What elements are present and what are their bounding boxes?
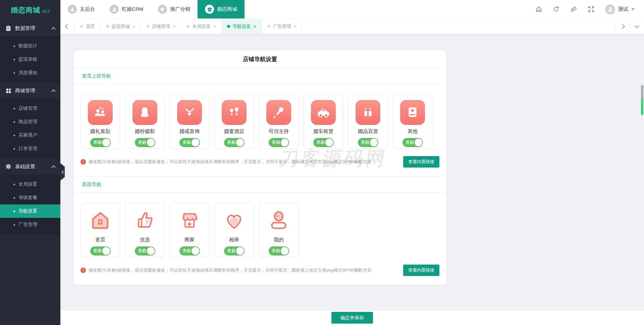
enable-toggle[interactable]: 开启 — [179, 246, 200, 256]
candles-icon[interactable] — [356, 100, 380, 125]
toggle-label: 开启 — [138, 248, 146, 254]
bottom-nav-tip-row: ! 修改图片/名称/超链接，请点击图标修改；可以按住不放拖动项目调整前后顺序，开… — [74, 264, 446, 285]
scrollbar-thumb-green[interactable] — [641, 99, 643, 115]
microphone-icon[interactable] — [266, 100, 291, 125]
tabs-scroll-left-button[interactable] — [60, 19, 75, 34]
sidebar-section-title: 基础设置 — [15, 164, 35, 170]
enable-toggle[interactable]: 开启 — [358, 138, 378, 147]
scrollbar-thumb-gray[interactable] — [641, 85, 643, 99]
enable-toggle[interactable]: 开启 — [224, 246, 245, 256]
sidebar-submenu-settings: 全局设置 等级套餐 导航设置 广告管理 — [0, 175, 60, 234]
tab-withdraw-review[interactable]: 提现审核 × — [101, 19, 141, 34]
sidebar-item-data-stats[interactable]: 数据统计 — [0, 39, 60, 53]
close-icon[interactable]: × — [213, 24, 216, 29]
sidebar-item-goods-mgmt[interactable]: 商品管理 — [0, 115, 60, 129]
tab-ad-mgmt[interactable]: 广告管理 × — [262, 19, 302, 34]
nav-card-label: 婚宴酒店 — [224, 128, 244, 135]
nav-card-merchants[interactable]: 商家 开启 — [170, 203, 209, 257]
sidebar-item-global-settings[interactable]: 全局设置 — [0, 178, 60, 191]
nav-card-wedding-car-rental[interactable]: 婚车租赁 开启 — [304, 94, 343, 149]
sidebar-item-label: 商品管理 — [18, 119, 37, 125]
sidebar-item-level-packages[interactable]: 等级套餐 — [0, 191, 60, 204]
nav-card-wedding-planning[interactable]: 婚礼策划 开启 — [80, 94, 120, 149]
nav-item-main-backend[interactable]: 主后台 — [60, 0, 102, 18]
sidebar-item-order-mgmt[interactable]: 订单管理 — [0, 142, 60, 155]
nav-item-marriage-mall[interactable]: 婚恋商城 — [198, 0, 245, 18]
heart-outline-icon[interactable] — [222, 208, 247, 233]
sidebar-section-data[interactable]: 数据管理 — [0, 20, 60, 36]
fullscreen-icon[interactable] — [588, 6, 595, 13]
enable-toggle[interactable]: 开启 — [135, 138, 155, 147]
car-icon[interactable] — [311, 100, 336, 125]
book-icon[interactable] — [400, 100, 425, 125]
enable-toggle[interactable]: 开启 — [90, 246, 111, 256]
tab-nav-settings[interactable]: 导航设置 × — [222, 19, 262, 34]
tabs-menu-button[interactable] — [630, 19, 644, 34]
sidebar-item-label: 全局设置 — [18, 181, 37, 187]
nav-item-matchmaker-crm[interactable]: 红娘CRM — [102, 0, 151, 18]
enable-toggle[interactable]: 开启 — [269, 138, 289, 147]
close-icon[interactable]: × — [254, 24, 256, 29]
enable-toggle[interactable]: 开启 — [224, 138, 245, 147]
sidebar-item-message-notice[interactable]: 消息通知 — [0, 66, 60, 80]
couple-icon[interactable] — [88, 100, 113, 125]
home-icon[interactable] — [535, 6, 542, 13]
sidebar-section-mall[interactable]: 商城管理 — [0, 83, 60, 99]
bullet-icon — [13, 135, 15, 136]
top-navbar: 主后台 红娘CRM 推广分销 婚恋商城 — [60, 0, 644, 18]
nav-card-rings-jewelry[interactable]: 婚戒首饰 开启 — [170, 94, 209, 149]
bullet-icon — [13, 224, 15, 226]
enable-toggle[interactable]: 开启 — [269, 246, 289, 256]
enable-toggle[interactable]: 开启 — [313, 138, 334, 147]
close-icon[interactable]: × — [173, 24, 175, 29]
sidebar-section-settings[interactable]: 基础设置 — [0, 158, 60, 175]
refresh-icon[interactable] — [553, 6, 560, 13]
wine-glasses-icon[interactable] — [222, 100, 247, 125]
view-builtin-links-button[interactable]: 查看内置链接 — [403, 265, 439, 276]
tab-store-mgmt[interactable]: 店铺管理 × — [141, 19, 181, 34]
tab-global-settings[interactable]: 全局设置 × — [181, 19, 221, 34]
enable-toggle[interactable]: 开启 — [90, 138, 111, 147]
nav-card-wedding-goods[interactable]: 婚品百货 开启 — [348, 94, 388, 149]
view-builtin-links-button[interactable]: 查看内置链接 — [403, 156, 439, 168]
user-outline-icon[interactable] — [266, 208, 291, 233]
dress-icon[interactable] — [132, 100, 157, 125]
home-outline-icon[interactable] — [88, 208, 113, 233]
nav-card-preferred[interactable]: 优选 开启 — [125, 203, 165, 257]
sidebar-item-label: 导航设置 — [18, 208, 37, 214]
sidebar-item-buyer-users[interactable]: 买家用户 — [0, 129, 60, 142]
scrollbar[interactable] — [641, 85, 643, 115]
enable-toggle[interactable]: 开启 — [179, 138, 200, 147]
save-button[interactable]: 确定并保存 — [331, 312, 373, 324]
clear-cache-icon[interactable] — [570, 6, 577, 13]
enable-toggle[interactable]: 开启 — [135, 246, 155, 256]
tabs-scroll-right-button[interactable] — [615, 19, 630, 34]
tab-home[interactable]: 首页 — [75, 19, 101, 34]
thumb-up-icon[interactable] — [132, 208, 157, 233]
sidebar-section-title: 数据管理 — [15, 25, 35, 32]
sidebar-item-ad-mgmt[interactable]: 广告管理 — [0, 218, 60, 231]
nav-card-mine[interactable]: 我的 开启 — [259, 203, 299, 257]
sidebar-submenu-data: 数据统计 提现审核 消息通知 — [0, 36, 60, 83]
store-outline-icon[interactable] — [177, 208, 202, 233]
nav-card-home[interactable]: 首页 开启 — [80, 203, 120, 257]
toggle-knob — [147, 139, 155, 146]
sidebar-item-nav-settings[interactable]: 导航设置 — [0, 204, 60, 218]
enable-toggle[interactable]: 开启 — [402, 138, 423, 147]
nav-card-label: 司仪主持 — [269, 128, 289, 135]
nav-card-wedding-photography[interactable]: 婚纱摄影 开启 — [125, 94, 165, 149]
tab-label: 首页 — [86, 24, 95, 30]
nav-card-banquet-hotel[interactable]: 婚宴酒店 开启 — [214, 94, 254, 149]
nav-card-matchmaking[interactable]: 相亲 开启 — [214, 203, 254, 257]
necklace-icon[interactable] — [177, 100, 202, 125]
nav-item-label: 主后台 — [80, 6, 95, 12]
close-icon[interactable]: × — [132, 24, 135, 29]
close-icon[interactable]: × — [294, 24, 297, 29]
nav-card-emcee-host[interactable]: 司仪主持 开启 — [259, 94, 299, 149]
sidebar-item-withdraw-review[interactable]: 提现审核 — [0, 53, 60, 66]
user-menu[interactable]: 测试 — [605, 4, 635, 14]
nav-card-other[interactable]: 其他 开启 — [393, 94, 432, 149]
nav-item-promotion[interactable]: 推广分销 — [151, 0, 198, 18]
sidebar-item-store-mgmt[interactable]: 店铺管理 — [0, 102, 60, 115]
toggle-knob — [192, 247, 199, 255]
